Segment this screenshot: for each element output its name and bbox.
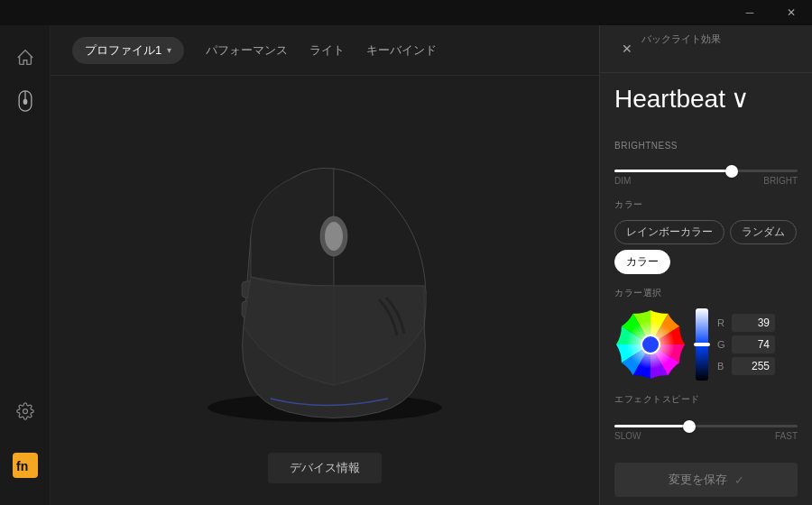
sidebar-item-home[interactable] bbox=[7, 40, 43, 76]
r-row: R bbox=[717, 314, 798, 332]
dim-label: DIM bbox=[614, 176, 631, 186]
effect-name: Heartbeat bbox=[614, 85, 725, 114]
panel-close-button[interactable]: ✕ bbox=[614, 36, 640, 61]
slow-label: SLOW bbox=[614, 431, 641, 441]
b-row: B bbox=[717, 357, 798, 375]
color-wheel[interactable] bbox=[614, 308, 687, 381]
sidebar-bottom: fn bbox=[7, 393, 43, 505]
brightness-labels: DIM BRIGHT bbox=[614, 176, 798, 186]
svg-point-2 bbox=[23, 99, 26, 104]
bright-label: BRIGHT bbox=[763, 176, 798, 186]
svg-text:fn: fn bbox=[16, 459, 28, 473]
g-input[interactable] bbox=[732, 335, 775, 354]
b-label: B bbox=[717, 361, 726, 372]
profile-chevron: ▾ bbox=[167, 45, 171, 55]
close-button[interactable]: ✕ bbox=[770, 0, 812, 25]
effect-speed-slider[interactable] bbox=[614, 425, 798, 427]
panel-header-label: バックライト効果 bbox=[641, 32, 721, 46]
save-button[interactable]: 変更を保存 ✓ bbox=[614, 463, 798, 497]
sidebar-item-mouse[interactable] bbox=[7, 83, 43, 119]
r-input[interactable] bbox=[732, 314, 775, 332]
fnatic-logo: fn bbox=[7, 447, 43, 483]
brightness-slider[interactable] bbox=[614, 170, 798, 172]
color-section-label: カラー bbox=[614, 198, 798, 211]
nav-keybind[interactable]: キーバインド bbox=[366, 42, 437, 59]
color-buttons: レインボーカラー ランダム カラー bbox=[614, 220, 798, 274]
rainbow-button[interactable]: レインボーカラー bbox=[614, 220, 724, 244]
device-info-button[interactable]: デバイス情報 bbox=[268, 453, 382, 483]
b-input[interactable] bbox=[732, 357, 775, 375]
profile-button[interactable]: プロファイル1 ▾ bbox=[72, 37, 184, 64]
panel-body: BRIGHTNESS DIM BRIGHT カラー レインボーカラー ランダム … bbox=[600, 141, 812, 505]
sidebar: fn bbox=[0, 25, 51, 505]
speed-labels: SLOW FAST bbox=[614, 431, 798, 441]
g-row: G bbox=[717, 335, 798, 354]
fast-label: FAST bbox=[775, 431, 798, 441]
svg-point-3 bbox=[23, 409, 27, 414]
rgb-values: R G B bbox=[717, 314, 798, 375]
profile-label: プロファイル1 bbox=[85, 42, 161, 59]
mouse-image bbox=[153, 146, 496, 435]
settings-icon[interactable] bbox=[7, 393, 43, 429]
brightness-label: BRIGHTNESS bbox=[614, 141, 798, 151]
color-brightness-bar[interactable] bbox=[696, 308, 708, 381]
effect-speed-label: エフェクトスピード bbox=[614, 393, 798, 406]
svg-point-8 bbox=[325, 222, 343, 251]
svg-point-14 bbox=[641, 335, 660, 354]
nav-performance[interactable]: パフォーマンス bbox=[206, 42, 288, 59]
r-label: R bbox=[717, 317, 726, 328]
color-button[interactable]: カラー bbox=[614, 250, 670, 274]
nav-light[interactable]: ライト bbox=[309, 42, 345, 59]
panel-header: ✕ バックライト効果 bbox=[600, 25, 812, 73]
save-label: 変更を保存 bbox=[669, 472, 727, 488]
effect-chevron[interactable]: ∨ bbox=[731, 84, 750, 114]
effect-title: Heartbeat ∨ bbox=[600, 73, 812, 128]
color-picker-label: カラー選択 bbox=[614, 287, 798, 299]
right-panel: ✕ バックライト効果 Heartbeat ∨ BRIGHTNESS DIM BR… bbox=[599, 25, 812, 505]
random-button[interactable]: ランダム bbox=[730, 220, 797, 244]
titlebar: ─ ✕ bbox=[0, 0, 812, 25]
save-check-icon: ✓ bbox=[734, 473, 744, 487]
mouse-display: デバイス情報 bbox=[51, 76, 599, 505]
color-picker-area: R G B bbox=[614, 308, 798, 381]
minimize-button[interactable]: ─ bbox=[729, 0, 770, 25]
g-label: G bbox=[717, 339, 726, 350]
